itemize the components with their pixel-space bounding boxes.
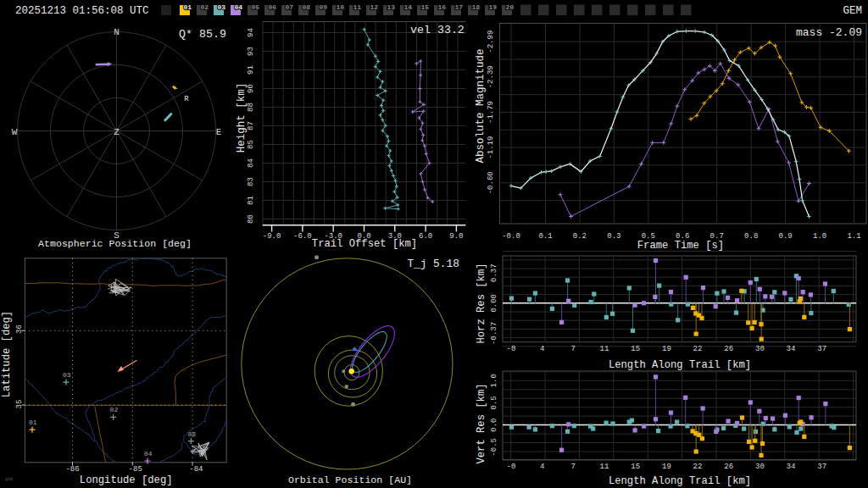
svg-text:87: 87 xyxy=(247,121,255,130)
svg-text:18: 18 xyxy=(471,3,480,11)
svg-text:gsm: gsm xyxy=(5,477,13,482)
svg-text:17: 17 xyxy=(454,3,463,11)
svg-text:-84: -84 xyxy=(189,465,203,474)
svg-text:-2.99: -2.99 xyxy=(487,30,495,53)
svg-text:0.0: 0.0 xyxy=(490,418,498,431)
svg-text:26: 26 xyxy=(724,463,733,471)
svg-text:-86: -86 xyxy=(65,465,79,474)
svg-text:84: 84 xyxy=(247,158,255,168)
svg-text:7: 7 xyxy=(571,463,576,471)
svg-text:14: 14 xyxy=(403,3,412,11)
svg-text:30: 30 xyxy=(755,463,765,471)
svg-text:-9.0: -9.0 xyxy=(263,232,281,241)
svg-text:-0: -0 xyxy=(507,345,516,353)
svg-text:03: 03 xyxy=(63,371,71,379)
svg-text:Q* 85.9: Q* 85.9 xyxy=(179,28,226,41)
svg-text:13: 13 xyxy=(387,3,395,11)
svg-text:19: 19 xyxy=(662,463,671,471)
svg-text:4: 4 xyxy=(540,463,544,471)
svg-text:Length Along Trail [km]: Length Along Trail [km] xyxy=(609,359,751,371)
svg-text:-0.0: -0.0 xyxy=(502,232,520,241)
svg-text:15: 15 xyxy=(420,3,429,11)
svg-text:1.0: 1.0 xyxy=(490,374,498,387)
svg-text:12: 12 xyxy=(370,3,378,11)
svg-text:-0.37: -0.37 xyxy=(490,322,498,345)
svg-text:11: 11 xyxy=(600,463,609,471)
svg-text:05: 05 xyxy=(251,3,259,11)
svg-text:22: 22 xyxy=(693,345,703,353)
svg-text:0.37: 0.37 xyxy=(490,263,498,282)
svg-text:-2.39: -2.39 xyxy=(487,65,495,88)
svg-text:-0.60: -0.60 xyxy=(487,171,495,194)
svg-text:20: 20 xyxy=(505,3,514,11)
svg-text:1.1: 1.1 xyxy=(847,232,860,241)
svg-text:Height [km]: Height [km] xyxy=(236,83,248,153)
svg-text:0.3: 0.3 xyxy=(607,232,620,241)
svg-text:07: 07 xyxy=(285,3,293,11)
svg-text:35: 35 xyxy=(15,400,24,409)
svg-text:Atmospheric Position [deg]: Atmospheric Position [deg] xyxy=(38,238,192,249)
svg-text:0.5: 0.5 xyxy=(490,396,498,409)
svg-text:08: 08 xyxy=(187,430,196,438)
svg-text:37: 37 xyxy=(817,463,826,471)
svg-text:22: 22 xyxy=(693,463,703,471)
svg-text:90: 90 xyxy=(247,84,255,93)
svg-text:W: W xyxy=(12,127,18,137)
svg-text:16: 16 xyxy=(437,3,446,11)
svg-text:Orbital Position [AU]: Orbital Position [AU] xyxy=(288,474,412,485)
svg-text:R: R xyxy=(184,95,189,103)
svg-text:N: N xyxy=(114,27,120,37)
svg-text:Trail Offset [km]: Trail Offset [km] xyxy=(312,238,417,250)
svg-text:9.0: 9.0 xyxy=(449,232,463,241)
svg-text:1.0: 1.0 xyxy=(813,232,826,241)
svg-text:85: 85 xyxy=(247,140,255,149)
svg-text:10: 10 xyxy=(336,3,344,11)
svg-text:Longitude [deg]: Longitude [deg] xyxy=(80,474,173,486)
svg-text:0.9: 0.9 xyxy=(778,232,792,241)
svg-text:94: 94 xyxy=(247,28,255,37)
svg-text:88: 88 xyxy=(247,103,255,112)
svg-text:91: 91 xyxy=(247,65,255,75)
svg-text:7: 7 xyxy=(571,345,576,353)
svg-text:81: 81 xyxy=(247,196,255,205)
svg-text:mass -2.09: mass -2.09 xyxy=(796,26,862,39)
svg-text:11: 11 xyxy=(600,345,609,353)
svg-text:0.00: 0.00 xyxy=(490,294,498,313)
svg-text:Horz Res [km]: Horz Res [km] xyxy=(476,263,487,343)
svg-text:-1.79: -1.79 xyxy=(487,101,495,124)
svg-text:0.8: 0.8 xyxy=(744,232,758,241)
svg-text:03: 03 xyxy=(217,3,225,11)
svg-text:20251213 01:56:08 UTC: 20251213 01:56:08 UTC xyxy=(15,5,149,17)
svg-text:26: 26 xyxy=(724,345,733,353)
svg-text:19: 19 xyxy=(488,3,497,11)
svg-text:02: 02 xyxy=(110,406,119,413)
svg-text:34: 34 xyxy=(787,463,796,471)
svg-text:Latitude [deg]: Latitude [deg] xyxy=(1,311,13,397)
svg-text:Length Along Trail [km]: Length Along Trail [km] xyxy=(609,475,751,487)
svg-text:Absolute Magnitude: Absolute Magnitude xyxy=(475,48,487,163)
svg-text:-0.5: -0.5 xyxy=(490,438,498,457)
svg-text:36: 36 xyxy=(15,324,24,334)
svg-text:15: 15 xyxy=(631,345,640,353)
svg-text:6.0: 6.0 xyxy=(419,232,432,241)
svg-text:08: 08 xyxy=(302,3,310,11)
svg-text:0.1: 0.1 xyxy=(538,232,552,241)
svg-text:T_j 5.18: T_j 5.18 xyxy=(407,258,459,270)
svg-text:01: 01 xyxy=(29,419,37,426)
svg-text:19: 19 xyxy=(662,345,671,353)
svg-text:Vert Res [km]: Vert Res [km] xyxy=(476,383,487,463)
svg-text:93: 93 xyxy=(247,47,255,56)
svg-text:-1.19: -1.19 xyxy=(487,136,495,159)
svg-text:06: 06 xyxy=(268,3,276,11)
svg-text:4: 4 xyxy=(540,345,544,353)
svg-text:-85: -85 xyxy=(129,465,142,474)
svg-text:02: 02 xyxy=(200,3,209,11)
svg-text:-0: -0 xyxy=(507,463,516,471)
svg-text:04: 04 xyxy=(144,450,153,458)
svg-text:83: 83 xyxy=(247,177,255,186)
svg-text:34: 34 xyxy=(787,345,796,353)
svg-text:GEM: GEM xyxy=(843,5,862,17)
svg-text:37: 37 xyxy=(817,345,826,353)
svg-text:11: 11 xyxy=(353,3,361,11)
svg-text:04: 04 xyxy=(234,3,242,11)
